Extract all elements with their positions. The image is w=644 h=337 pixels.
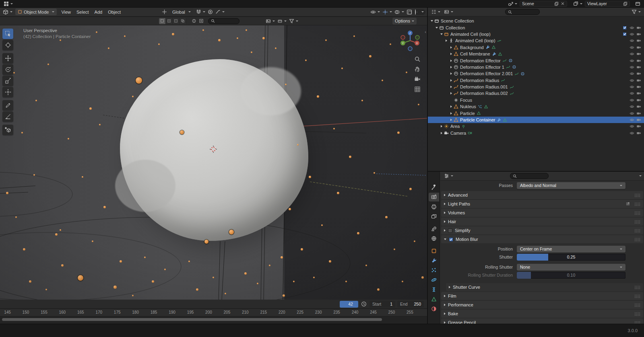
panel-drag-grip[interactable] [634,238,640,241]
panel-header-volumes[interactable]: Volumes [441,209,643,217]
expander-right-icon[interactable] [450,92,452,95]
expander-right-icon[interactable] [450,66,452,68]
expander-down-icon[interactable] [436,27,438,29]
mode-dropdown[interactable]: Object Mode [15,8,57,15]
expander-right-icon[interactable] [450,86,452,88]
outliner-row[interactable]: Animated Cell (loop) [428,37,644,44]
scene-name-field[interactable]: Scene [520,1,567,7]
cursor-tool-button[interactable] [2,40,13,50]
show-gizmo-dropdown[interactable] [369,8,381,16]
expander-right-icon[interactable] [441,132,442,134]
outliner-row[interactable]: Particle Container [428,117,644,123]
disable-render-toggle[interactable] [635,98,642,103]
material-properties-tab[interactable] [429,304,439,313]
filter-dropdown[interactable] [288,17,299,25]
scene-browse-button[interactable] [507,0,518,7]
hide-viewport-eye-toggle[interactable] [628,91,635,96]
menu-select[interactable]: Select [74,10,92,14]
tool-search-input[interactable] [208,18,239,24]
properties-editor-type-button[interactable] [443,173,454,180]
disable-render-toggle[interactable] [635,78,642,83]
panel-header-shutter-curve[interactable]: Shutter Curve [446,283,643,291]
passes-dropdown[interactable]: Albedo and Normal [517,182,625,189]
disable-render-toggle[interactable] [635,117,642,122]
view-layer-properties-tab[interactable] [429,212,439,221]
outliner-row[interactable]: Background [428,44,644,51]
panel-header-grease-pencil[interactable]: Grease Pencil [441,319,643,324]
disable-render-toggle[interactable] [635,45,642,50]
disable-render-toggle[interactable] [635,111,642,116]
disable-render-toggle[interactable] [635,51,642,56]
transform-tool-button[interactable] [2,87,13,97]
shading-wireframe-button[interactable] [415,10,416,14]
rolling-shutter-dropdown[interactable]: None [517,264,625,271]
hide-viewport-eye-toggle[interactable] [628,117,635,122]
hide-viewport-eye-toggle[interactable] [628,131,635,136]
disable-render-toggle[interactable] [635,32,642,37]
gizmos-toggle[interactable] [381,8,393,16]
menu-view[interactable]: View [58,10,74,14]
expander-right-icon[interactable] [446,39,447,42]
measure-tool-button[interactable] [2,111,13,122]
outliner-row[interactable]: Animated Cell (loop) [428,31,644,37]
disable-render-toggle[interactable] [635,71,642,76]
select-mode-subtract[interactable] [173,18,180,24]
outliner-row[interactable]: Deformation Radius.001 [428,84,644,90]
output-properties-tab[interactable] [429,202,439,211]
move-tool-button[interactable] [2,53,13,64]
region-collapse-icon[interactable]: ‹ [425,29,426,34]
select-box-tool-button[interactable] [2,29,13,39]
rolling-shutter-duration-slider[interactable]: 0.10 [517,272,625,279]
position-dropdown[interactable]: Center on Frame [517,246,625,253]
select-mode-extend[interactable] [166,18,173,24]
navigation-gizmo[interactable]: Z Y X [398,29,422,53]
physics-properties-tab[interactable] [429,275,439,284]
panel-header-bake[interactable]: Bake [441,310,643,318]
panel-drag-grip[interactable] [634,321,640,324]
expander-right-icon[interactable] [441,125,442,127]
add-cube-tool-button[interactable] [2,125,13,135]
outliner-filter-dropdown[interactable] [630,8,642,16]
disable-render-toggle[interactable] [635,91,642,96]
pan-hand-icon[interactable] [414,66,421,72]
rotate-tool-button[interactable] [2,64,13,75]
xray-toggle[interactable] [405,8,413,16]
panel-drag-grip[interactable] [634,294,640,298]
expander-right-icon[interactable] [450,72,452,75]
expander-right-icon[interactable] [450,53,452,55]
shutter-slider[interactable]: 0.25 [517,254,625,261]
hide-viewport-eye-toggle[interactable] [628,58,635,63]
remove-viewlayer-button[interactable] [634,0,642,7]
render-properties-tab[interactable] [429,193,439,201]
outliner-row[interactable]: Deformation Radius [428,77,644,84]
expander-right-icon[interactable] [450,105,452,108]
disable-render-toggle[interactable] [635,131,642,136]
collection-checkbox[interactable] [623,26,627,30]
unlink-scene-icon[interactable] [561,2,565,6]
expander-right-icon[interactable] [450,60,452,62]
outliner-row[interactable]: Collection [428,24,644,31]
modifiers-properties-tab[interactable] [429,256,439,265]
disable-render-toggle[interactable] [635,58,642,63]
transform-pivot-button[interactable] [161,8,168,16]
hide-viewport-eye-toggle[interactable] [628,104,635,109]
menu-add[interactable]: Add [92,10,105,14]
hide-viewport-eye-toggle[interactable] [628,38,635,43]
panel-drag-grip[interactable] [634,220,640,224]
hide-viewport-eye-toggle[interactable] [628,45,635,50]
panel-header-light-paths[interactable]: Light Paths [441,200,643,208]
panel-drag-grip[interactable] [634,312,640,316]
outliner-row[interactable]: Deformation Radius.002 [428,90,644,97]
outliner-row[interactable]: Nukleus [428,103,644,110]
panel-drag-grip[interactable] [634,211,640,215]
select-mode-intersect[interactable] [180,18,186,24]
annotate-tool-button[interactable] [2,100,13,111]
panel-drag-grip[interactable] [634,303,640,307]
outliner-row[interactable]: Cell Membrane [428,51,644,57]
panel-header-motion-blur[interactable]: Motion Blur [441,235,643,243]
panel-drag-grip[interactable] [634,286,640,289]
object-data-properties-tab[interactable] [429,295,439,304]
hide-viewport-eye-toggle[interactable] [628,78,635,83]
options-dropdown[interactable]: Options [392,18,417,25]
scale-tool-button[interactable] [2,76,13,86]
